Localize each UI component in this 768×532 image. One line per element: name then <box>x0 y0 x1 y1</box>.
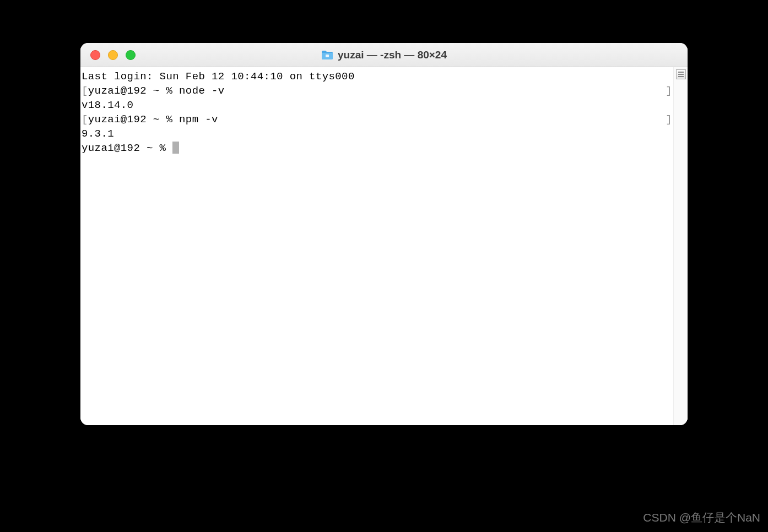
cursor-icon <box>172 142 179 154</box>
minimize-icon[interactable] <box>108 50 118 60</box>
close-icon[interactable] <box>90 50 100 60</box>
terminal-line: [yuzai@192 ~ % npm -v ] <box>82 112 672 127</box>
terminal-line: Last login: Sun Feb 12 10:44:10 on ttys0… <box>82 69 672 84</box>
scroll-indicator-icon[interactable] <box>676 69 686 79</box>
titlebar[interactable]: yuzai — -zsh — 80×24 <box>80 43 688 67</box>
terminal-prompt: yuzai@192 ~ % <box>82 142 172 154</box>
traffic-lights <box>90 50 136 60</box>
terminal-line: [yuzai@192 ~ % node -v ] <box>82 84 672 98</box>
scrollbar[interactable] <box>673 67 688 425</box>
watermark: CSDN @鱼仔是个NaN <box>643 510 760 525</box>
terminal-prompt-line[interactable]: yuzai@192 ~ % <box>82 141 672 155</box>
terminal-window: yuzai — -zsh — 80×24 Last login: Sun Feb… <box>80 43 688 425</box>
terminal-line: v18.14.0 <box>82 98 672 112</box>
svg-rect-0 <box>326 55 329 57</box>
window-title-group: yuzai — -zsh — 80×24 <box>321 49 447 61</box>
window-title: yuzai — -zsh — 80×24 <box>338 49 447 61</box>
terminal-body: Last login: Sun Feb 12 10:44:10 on ttys0… <box>80 67 688 425</box>
zoom-icon[interactable] <box>126 50 136 60</box>
folder-icon <box>321 50 333 60</box>
terminal-line: 9.3.1 <box>82 127 672 141</box>
terminal-content[interactable]: Last login: Sun Feb 12 10:44:10 on ttys0… <box>80 67 673 425</box>
